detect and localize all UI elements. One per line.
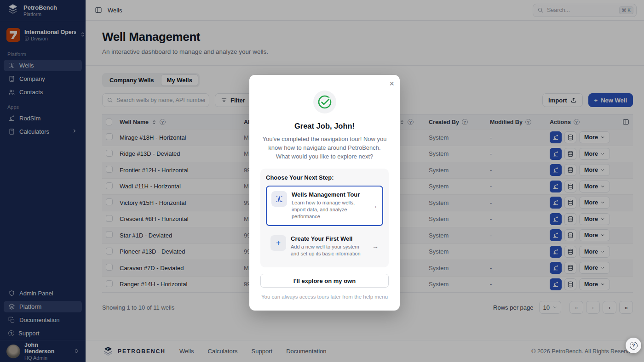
modal-title: Great Job, John! (260, 122, 389, 130)
next-steps-panel: Choose Your Next Step: Wells Management … (260, 169, 389, 268)
close-icon[interactable]: × (389, 79, 394, 88)
arrow-right-icon: → (371, 202, 378, 209)
option-create-first-well[interactable]: + Create Your First Well Add a new well … (266, 231, 383, 262)
app-root: PetroBench Platform International Operat… (0, 0, 644, 362)
modal-body-text: You've completed the navigation tour! No… (260, 135, 389, 161)
option-wells-management-tour[interactable]: Wells Management Tour Learn how to manag… (266, 186, 383, 226)
next-steps-label: Choose Your Next Step: (266, 174, 383, 181)
help-fab-button[interactable]: ? (626, 338, 641, 353)
derrick-icon (271, 191, 287, 207)
tour-complete-modal: × Great Job, John! You've completed the … (249, 75, 400, 311)
modal-footnote: You can always access tours later from t… (260, 294, 389, 300)
help-circle-icon: ? (630, 342, 638, 350)
arrow-right-icon: → (372, 243, 379, 250)
success-check-icon (313, 90, 336, 113)
explore-on-my-own-button[interactable]: I'll explore on my own (260, 274, 389, 288)
plus-icon: + (270, 235, 286, 251)
